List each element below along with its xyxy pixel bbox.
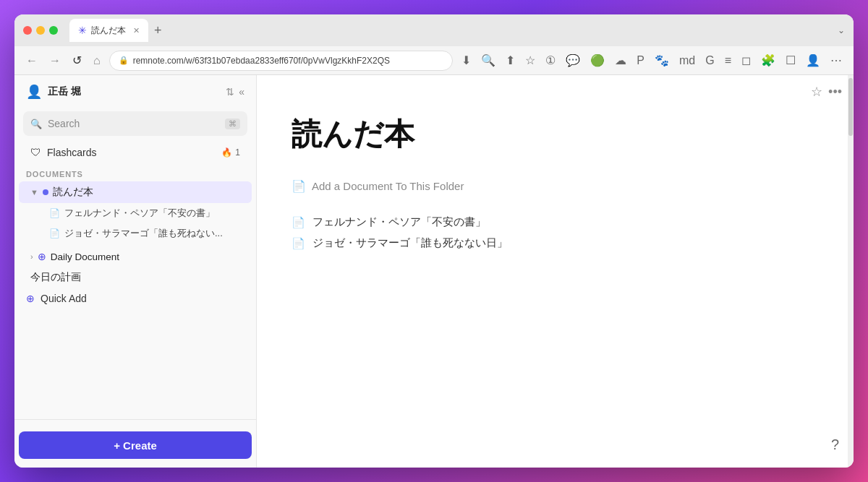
reload-button[interactable]: ↺ xyxy=(69,51,85,70)
sidebar-item-flashcards[interactable]: 🛡 Flashcards 🔥 1 xyxy=(19,142,252,163)
tab-close-button[interactable]: ✕ xyxy=(133,26,140,35)
ext8-icon[interactable]: ☐ xyxy=(783,52,799,69)
flashcards-label: Flashcards xyxy=(47,147,216,158)
folder-bullet-icon xyxy=(43,189,48,195)
search-placeholder: Search xyxy=(48,118,219,129)
collapse-icon[interactable]: « xyxy=(239,86,244,98)
title-bar: ✳ 読んだ本 ✕ + ⌄ xyxy=(14,14,854,46)
content-body: 読んだ本 📄 Add a Document To This Folder 📄 フ… xyxy=(257,100,854,468)
cloud-icon[interactable]: ☁ xyxy=(612,52,629,69)
scrollbar-thumb xyxy=(848,78,853,136)
sidebar-item-pessoa[interactable]: 📄 フェルナンド・ペソア「不安の書」 xyxy=(19,203,252,223)
zoom-icon[interactable]: 🔍 xyxy=(478,52,498,69)
doc-list-icon: 📄 xyxy=(292,237,305,250)
sidebar-daily-label: Daily Document xyxy=(51,251,240,262)
user-avatar-icon[interactable]: 👤 xyxy=(803,52,823,69)
create-button[interactable]: + Create xyxy=(19,431,252,459)
sidebar-today-label: 今日の計画 xyxy=(30,271,240,284)
ext5-icon[interactable]: ≡ xyxy=(722,53,734,69)
quick-add-label: Quick Add xyxy=(41,293,87,304)
forward-button[interactable]: → xyxy=(46,51,64,70)
browser-toolbar: ← → ↺ ⌂ 🔒 remnote.com/w/63f31b07ebdaa283… xyxy=(14,46,854,75)
sidebar-item-saramago[interactable]: 📄 ジョゼ・サラマーゴ「誰も死ねない... xyxy=(19,223,252,244)
document-icon: 📄 xyxy=(49,208,60,218)
tab-title: 読んだ本 xyxy=(91,25,126,37)
more-menu-icon[interactable]: ⋯ xyxy=(827,52,845,69)
sort-icon[interactable]: ⇅ xyxy=(226,86,234,98)
daily-icon: ⊕ xyxy=(38,251,46,262)
flashcards-badge: 🔥 1 xyxy=(221,147,240,158)
sidebar-item-today[interactable]: 今日の計画 xyxy=(19,267,252,288)
add-doc-text: Add a Document To This Folder xyxy=(312,180,464,192)
fire-icon: 🔥 xyxy=(221,147,232,158)
search-icon: 🔍 xyxy=(30,119,42,129)
help-button[interactable]: ? xyxy=(831,436,839,453)
doc-list-name: ジョゼ・サラマーゴ「誰も死なない日」 xyxy=(312,236,508,250)
maximize-button[interactable] xyxy=(49,26,58,35)
ext7-icon[interactable]: 🧩 xyxy=(758,52,778,69)
search-shortcut: ⌘ xyxy=(225,119,240,129)
page-title: 読んだ本 xyxy=(292,114,819,155)
search-bar[interactable]: 🔍 Search ⌘ xyxy=(23,111,247,136)
chat-icon[interactable]: 💬 xyxy=(563,52,583,69)
traffic-lights xyxy=(23,26,58,35)
close-button[interactable] xyxy=(23,26,32,35)
sidebar-item-quick-add[interactable]: ⊕ Quick Add xyxy=(14,288,256,309)
url-text: remnote.com/w/63f31b07ebdaa2833eff670f/0… xyxy=(133,56,444,66)
flashcards-count: 1 xyxy=(235,147,240,158)
document-list: 📄 フェルナンド・ペソア「不安の書」 📄 ジョゼ・サラマーゴ「誰も死なない日」 xyxy=(292,212,819,254)
address-bar[interactable]: 🔒 remnote.com/w/63f31b07ebdaa2833eff670f… xyxy=(109,51,454,71)
doc-list-item[interactable]: 📄 ジョゼ・サラマーゴ「誰も死なない日」 xyxy=(292,233,819,254)
ext4-icon[interactable]: G xyxy=(702,53,717,69)
sidebar-item-daily[interactable]: › ⊕ Daily Document xyxy=(19,246,252,267)
content-header: ☆ ••• xyxy=(257,75,854,100)
flashcards-icon: 🛡 xyxy=(30,146,41,158)
password-icon[interactable]: ① xyxy=(542,52,558,69)
ext6-icon[interactable]: ◻ xyxy=(739,52,754,69)
doc-list-name: フェルナンド・ペソア「不安の書」 xyxy=(312,215,486,229)
user-name: 正岳 堀 xyxy=(48,85,220,98)
toolbar-actions: ⬇ 🔍 ⬆ ☆ ① 💬 🟢 ☁ P 🐾 md G ≡ ◻ 🧩 ☐ 👤 ⋯ xyxy=(459,52,845,69)
star-icon[interactable]: ☆ xyxy=(811,84,822,100)
sidebar-header: 👤 正岳 堀 ⇅ « xyxy=(14,75,256,108)
sidebar: 👤 正岳 堀 ⇅ « 🔍 Search ⌘ 🛡 Flashcards 🔥 1 xyxy=(14,75,257,468)
active-tab[interactable]: ✳ 読んだ本 ✕ xyxy=(69,19,148,42)
ext2-icon[interactable]: 🐾 xyxy=(652,52,672,69)
doc-list-item[interactable]: 📄 フェルナンド・ペソア「不安の書」 xyxy=(292,212,819,233)
documents-section-label: DOCUMENTS xyxy=(14,163,256,181)
ext1-icon[interactable]: P xyxy=(634,53,647,69)
doc-list-icon: 📄 xyxy=(292,216,305,229)
lock-icon: 🔒 xyxy=(119,56,129,65)
upload-icon[interactable]: 🟢 xyxy=(587,52,608,69)
share-icon[interactable]: ⬆ xyxy=(503,52,518,69)
minimize-button[interactable] xyxy=(36,26,45,35)
chevron-right-icon: › xyxy=(30,252,33,261)
content-area: ☆ ••• 読んだ本 📄 Add a Document To This Fold… xyxy=(257,75,854,468)
sidebar-doc-name: フェルナンド・ペソア「不安の書」 xyxy=(64,207,215,220)
home-button[interactable]: ⌂ xyxy=(90,51,103,70)
back-button[interactable]: ← xyxy=(23,51,41,70)
document-icon: 📄 xyxy=(49,228,60,238)
chevron-down-icon: ▼ xyxy=(30,188,38,197)
tab-favicon: ✳ xyxy=(78,25,87,36)
quick-add-icon: ⊕ xyxy=(26,293,35,304)
new-tab-button[interactable]: + xyxy=(154,23,162,38)
tabs-area: ✳ 読んだ本 ✕ + ⌄ xyxy=(69,19,845,42)
add-doc-icon: 📄 xyxy=(292,179,306,193)
more-options-icon[interactable]: ••• xyxy=(828,85,842,100)
sidebar-item-yondahon[interactable]: ▼ 読んだ本 xyxy=(19,181,252,203)
sidebar-doc-name: ジョゼ・サラマーゴ「誰も死ねない... xyxy=(64,227,223,240)
user-avatar-icon: 👤 xyxy=(26,84,42,100)
bookmark-star-icon[interactable]: ☆ xyxy=(522,52,538,69)
ext3-icon[interactable]: md xyxy=(676,53,698,69)
browser-window: ✳ 読んだ本 ✕ + ⌄ ← → ↺ ⌂ 🔒 remnote.com/w/63f… xyxy=(14,14,854,468)
sidebar-folder-name: 読んだ本 xyxy=(53,186,240,199)
sidebar-controls: ⇅ « xyxy=(226,86,244,98)
scrollbar[interactable] xyxy=(848,75,854,468)
download-icon[interactable]: ⬇ xyxy=(459,52,474,69)
main-area: 👤 正岳 堀 ⇅ « 🔍 Search ⌘ 🛡 Flashcards 🔥 1 xyxy=(14,75,854,468)
add-document-row[interactable]: 📄 Add a Document To This Folder xyxy=(292,175,819,197)
sidebar-footer: + Create xyxy=(14,419,256,468)
tab-chevron-icon[interactable]: ⌄ xyxy=(838,25,845,35)
